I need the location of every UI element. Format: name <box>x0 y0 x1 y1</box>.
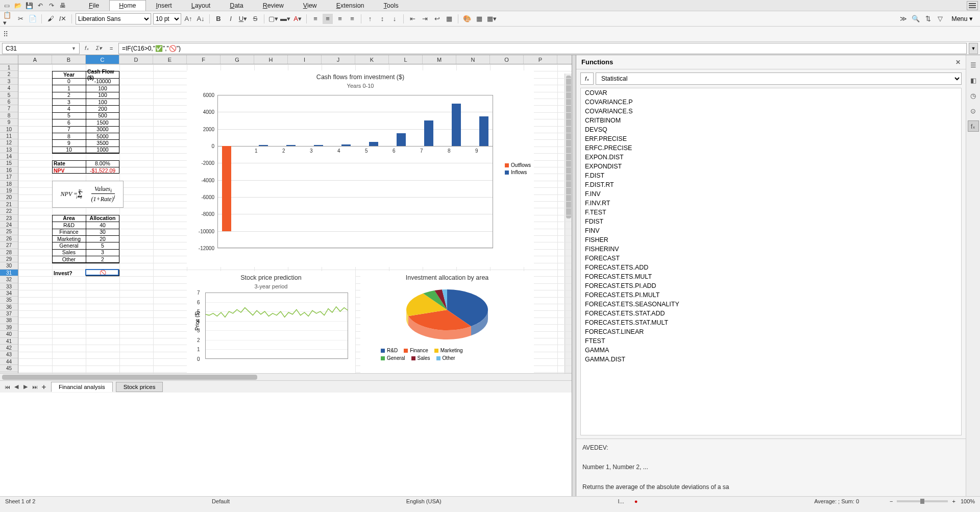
menu-file[interactable]: FFileile <box>80 1 108 11</box>
function-item[interactable]: EXPONDIST <box>581 162 961 171</box>
undo-icon[interactable]: ↶ <box>36 1 45 10</box>
row-header[interactable]: 8 <box>0 112 18 119</box>
row-header[interactable]: 21 <box>0 201 18 208</box>
row-header[interactable]: 20 <box>0 194 18 201</box>
col-header[interactable]: C <box>86 55 119 64</box>
row-header[interactable]: 22 <box>0 208 18 214</box>
row-header[interactable]: 23 <box>0 215 18 222</box>
formula-expand-icon[interactable]: ▼ <box>969 43 978 54</box>
vertical-scrollbar[interactable] <box>565 74 572 373</box>
row-header[interactable]: 25 <box>0 228 18 235</box>
fx-icon[interactable]: fₓ <box>82 43 92 54</box>
row-header[interactable]: 29 <box>0 256 18 262</box>
row-header[interactable]: 27 <box>0 242 18 249</box>
clone-format-icon[interactable]: 🖌 <box>45 14 56 24</box>
formula-input[interactable]: =IF(C16>0,"✅","🚫") <box>118 43 967 54</box>
row-header[interactable]: 33 <box>0 283 18 290</box>
row-header[interactable]: 32 <box>0 276 18 283</box>
row-header[interactable]: 11 <box>0 133 18 139</box>
tab-first-icon[interactable]: ⏮ <box>3 383 11 391</box>
row-header[interactable]: 17 <box>0 174 18 180</box>
function-item[interactable]: ERFC.PRECISE <box>581 143 961 153</box>
row-header[interactable]: 42 <box>0 345 18 351</box>
function-item[interactable]: FDIST <box>581 217 961 226</box>
function-item[interactable]: ERF.PRECISE <box>581 134 961 143</box>
close-icon[interactable]: ✕ <box>955 59 961 66</box>
open-icon[interactable]: 📂 <box>13 1 22 10</box>
status-zoom[interactable]: 100% <box>961 498 975 504</box>
menu-tools[interactable]: Tools <box>375 1 408 11</box>
row-header[interactable]: 6 <box>0 99 18 105</box>
filter-icon[interactable]: ▽ <box>935 14 945 24</box>
fx-button[interactable]: fₓ <box>580 72 594 85</box>
row-header[interactable]: 37 <box>0 310 18 317</box>
merge-icon[interactable]: ▦ <box>444 14 454 24</box>
row-header[interactable]: 18 <box>0 181 18 187</box>
function-item[interactable]: FORECAST.ETS.STAT.MULT <box>581 318 961 327</box>
redo-icon[interactable]: ↷ <box>47 1 56 10</box>
function-item[interactable]: CRITBINOM <box>581 116 961 125</box>
function-item[interactable]: FORECAST.ETS.ADD <box>581 263 961 272</box>
align-right-icon[interactable]: ≡ <box>335 14 345 24</box>
pie-chart[interactable]: Investment allocation by areaR&DFinanceM… <box>360 271 534 373</box>
indent-dec-icon[interactable]: ⇤ <box>407 14 418 24</box>
function-list[interactable]: COVARCOVARIANCE.PCOVARIANCE.SCRITBINOMDE… <box>580 88 962 435</box>
cut-icon[interactable]: ✂ <box>15 14 26 24</box>
border-icon[interactable]: ▢▾ <box>268 14 278 24</box>
row-header[interactable]: 3 <box>0 78 18 85</box>
function-item[interactable]: F.TEST <box>581 208 961 217</box>
menu-extension[interactable]: Extension <box>327 1 374 11</box>
zoom-out-icon[interactable]: − <box>890 498 893 504</box>
function-item[interactable]: GAMMA.DIST <box>581 355 961 364</box>
function-item[interactable]: FORECAST.ETS.SEASONALITY <box>581 300 961 309</box>
row-header[interactable]: 12 <box>0 139 18 146</box>
row-header[interactable]: 28 <box>0 249 18 256</box>
zoom-in-icon[interactable]: + <box>952 498 955 504</box>
bgcolor-icon[interactable]: ▬▾ <box>280 14 290 24</box>
sidebar-resize-handle[interactable] <box>572 55 576 496</box>
clear-format-icon[interactable]: I✕ <box>58 14 68 24</box>
bold-icon[interactable]: B <box>213 14 224 24</box>
row-header[interactable]: 19 <box>0 187 18 194</box>
function-item[interactable]: FORECAST.ETS.STAT.ADD <box>581 309 961 318</box>
valign-mid-icon[interactable]: ↕ <box>377 14 387 24</box>
equals-icon[interactable]: = <box>106 43 116 54</box>
select-all-corner[interactable] <box>0 55 18 64</box>
cell-reference-box[interactable]: C31 ▼ <box>2 43 80 54</box>
row-header[interactable]: 5 <box>0 92 18 99</box>
menu-home[interactable]: Home <box>109 0 145 11</box>
function-item[interactable]: F.DIST <box>581 171 961 180</box>
row-header[interactable]: 16 <box>0 167 18 174</box>
row-header[interactable]: 31 <box>0 270 18 276</box>
slots-icon[interactable]: ⠿ <box>3 30 8 38</box>
col-header[interactable]: F <box>187 55 220 64</box>
menu-dropdown[interactable]: Menu ▾ <box>947 15 977 22</box>
align-left-icon[interactable]: ≡ <box>310 14 321 24</box>
spreadsheet[interactable]: A B C D E F G H I J K L M N O P 12345678… <box>0 55 572 496</box>
col-header[interactable]: B <box>52 55 86 64</box>
row-header[interactable]: 38 <box>0 317 18 324</box>
col-header[interactable]: L <box>389 55 423 64</box>
tab-add-icon[interactable]: + <box>40 383 48 391</box>
function-item[interactable]: FORECAST.ETS.MULT <box>581 272 961 281</box>
number-format-icon[interactable]: ▦▾ <box>486 14 497 24</box>
row-header[interactable]: 35 <box>0 297 18 303</box>
sheet-tab[interactable]: Stock prices <box>116 382 163 392</box>
gallery-icon[interactable]: ◷ <box>968 90 979 101</box>
tab-prev-icon[interactable]: ◀ <box>12 383 20 391</box>
styles-panel-icon[interactable]: ◧ <box>968 75 979 86</box>
function-item[interactable]: EXPON.DIST <box>581 153 961 162</box>
sort-icon[interactable]: ⇅ <box>923 14 933 24</box>
row-header[interactable]: 14 <box>0 153 18 160</box>
col-header[interactable]: J <box>322 55 355 64</box>
font-size-select[interactable]: 10 pt <box>153 13 181 25</box>
hamburger-button[interactable] <box>967 1 978 10</box>
function-item[interactable]: F.INV.RT <box>581 199 961 208</box>
row-header[interactable]: 45 <box>0 365 18 372</box>
row-header[interactable]: 10 <box>0 126 18 133</box>
function-item[interactable]: COVARIANCE.S <box>581 107 961 116</box>
function-item[interactable]: FORECAST <box>581 254 961 263</box>
col-header[interactable]: D <box>119 55 153 64</box>
tab-next-icon[interactable]: ▶ <box>21 383 30 391</box>
valign-top-icon[interactable]: ↑ <box>365 14 375 24</box>
